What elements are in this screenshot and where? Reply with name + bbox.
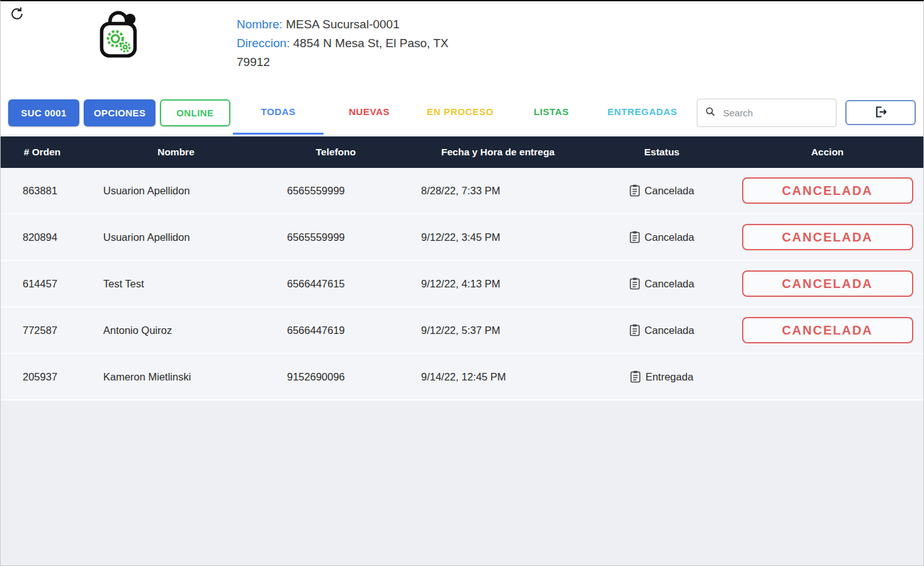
cancelada-button[interactable]: CANCELADA xyxy=(742,224,913,250)
cell-telefono: 6565559999 xyxy=(268,214,403,260)
cell-estatus: Cancelada xyxy=(592,214,731,260)
cell-estatus: Cancelada xyxy=(592,168,731,213)
logout-icon xyxy=(873,104,888,121)
store-name-label: Nombre: xyxy=(237,18,283,31)
search-input[interactable] xyxy=(722,107,828,119)
store-info: Nombre: MESA Sucursal-0001 Direccion: 48… xyxy=(237,15,468,72)
table-row: 205937 Kameron Mietlinski 9152690096 9/1… xyxy=(1,354,923,401)
table-header: # Orden Nombre Telefono Fecha y Hora de … xyxy=(1,136,923,168)
cancelada-button[interactable]: CANCELADA xyxy=(742,270,913,297)
refresh-icon[interactable] xyxy=(9,6,25,22)
status-text: Entregada xyxy=(645,371,693,383)
cell-nombre: Usuarion Apellidon xyxy=(84,214,268,260)
cell-telefono: 9152690096 xyxy=(268,354,403,399)
clipboard-icon xyxy=(629,231,640,243)
cell-estatus: Cancelada xyxy=(592,308,731,353)
cell-orden: 205937 xyxy=(1,354,84,399)
cell-orden: 863881 xyxy=(1,168,84,213)
cell-orden: 772587 xyxy=(1,308,84,353)
cell-nombre: Kameron Mietlinski xyxy=(84,354,268,399)
cell-orden: 614457 xyxy=(1,261,84,306)
cell-nombre: Antonio Quiroz xyxy=(84,308,268,353)
toolbar: SUC 0001 OPCIONES ONLINE TODAS NUEVAS EN… xyxy=(1,91,923,135)
tab-listas[interactable]: LISTAS xyxy=(506,91,597,135)
cell-accion: CANCELADA xyxy=(731,214,923,260)
store-name-line: Nombre: MESA Sucursal-0001 xyxy=(237,15,468,34)
search-icon xyxy=(705,106,716,119)
cell-accion: CANCELADA xyxy=(731,308,923,353)
col-header-estatus: Estatus xyxy=(592,136,731,168)
cell-accion: CANCELADA xyxy=(731,261,923,306)
store-address-label: Direccion: xyxy=(237,36,290,50)
cell-estatus: Entregada xyxy=(592,354,731,399)
tab-en-proceso[interactable]: EN PROCESO xyxy=(415,91,506,135)
table-row: 863881 Usuarion Apellidon 6565559999 8/2… xyxy=(1,168,923,214)
store-logo-icon xyxy=(94,5,143,64)
cancelada-button[interactable]: CANCELADA xyxy=(742,177,913,204)
store-address-line: Direccion: 4854 N Mesa St, El Paso, TX 7… xyxy=(237,34,468,72)
cell-fecha: 8/28/22, 7:33 PM xyxy=(403,168,592,213)
suc-0001-button[interactable]: SUC 0001 xyxy=(8,99,79,126)
logout-button[interactable] xyxy=(845,100,916,125)
tab-bar: TODAS NUEVAS EN PROCESO LISTAS ENTREGADA… xyxy=(233,91,688,135)
cell-estatus: Cancelada xyxy=(592,261,731,306)
clipboard-icon xyxy=(630,370,641,383)
tab-todas[interactable]: TODAS xyxy=(233,91,324,135)
tab-entregadas[interactable]: ENTREGADAS xyxy=(597,91,688,135)
status-text: Cancelada xyxy=(645,325,694,336)
cell-telefono: 6566447615 xyxy=(268,261,403,306)
table-body: 863881 Usuarion Apellidon 6565559999 8/2… xyxy=(1,168,923,401)
clipboard-icon xyxy=(629,324,640,336)
tab-nuevas[interactable]: NUEVAS xyxy=(324,91,415,135)
cell-orden: 820894 xyxy=(1,214,84,260)
app-window: Nombre: MESA Sucursal-0001 Direccion: 48… xyxy=(0,0,924,566)
cell-accion xyxy=(731,354,923,399)
cancelada-button[interactable]: CANCELADA xyxy=(742,317,913,343)
col-header-nombre: Nombre xyxy=(84,136,268,168)
status-text: Cancelada xyxy=(645,278,694,290)
col-header-accion: Accion xyxy=(731,136,923,168)
cell-fecha: 9/12/22, 5:37 PM xyxy=(403,308,592,353)
cell-telefono: 6565559999 xyxy=(268,168,403,213)
search-box[interactable] xyxy=(697,99,837,127)
table-row: 772587 Antonio Quiroz 6566447619 9/12/22… xyxy=(1,308,923,354)
status-text: Cancelada xyxy=(645,231,694,243)
col-header-orden: # Orden xyxy=(1,136,84,168)
store-name-value: MESA Sucursal-0001 xyxy=(286,18,400,31)
clipboard-icon xyxy=(629,277,640,290)
table-row: 820894 Usuarion Apellidon 6565559999 9/1… xyxy=(1,214,923,261)
cell-nombre: Test Test xyxy=(84,261,268,306)
online-button[interactable]: ONLINE xyxy=(160,99,230,126)
opciones-button[interactable]: OPCIONES xyxy=(84,99,155,126)
status-text: Cancelada xyxy=(645,185,694,197)
clipboard-icon xyxy=(629,184,640,197)
cell-fecha: 9/12/22, 4:13 PM xyxy=(403,261,592,306)
col-header-fecha: Fecha y Hora de entrega xyxy=(403,136,592,168)
cell-accion: CANCELADA xyxy=(731,168,923,213)
cell-fecha: 9/12/22, 3:45 PM xyxy=(403,214,592,260)
cell-fecha: 9/14/22, 12:45 PM xyxy=(403,354,592,399)
top-section: Nombre: MESA Sucursal-0001 Direccion: 48… xyxy=(1,1,923,135)
table-row: 614457 Test Test 6566447615 9/12/22, 4:1… xyxy=(1,261,923,308)
cell-nombre: Usuarion Apellidon xyxy=(84,168,268,213)
cell-telefono: 6566447619 xyxy=(268,308,403,353)
col-header-telefono: Telefono xyxy=(268,136,403,168)
